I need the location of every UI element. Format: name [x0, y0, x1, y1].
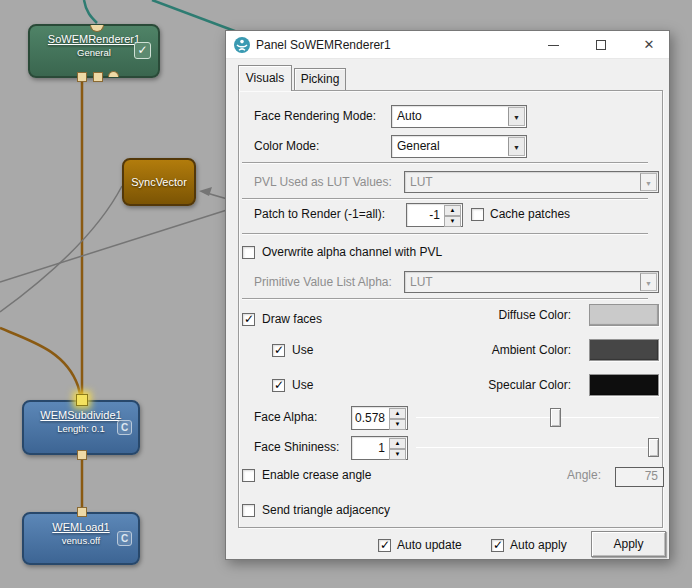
tab-visuals[interactable]: Visuals	[238, 65, 292, 91]
wire-scene-top	[84, 0, 97, 23]
face-alpha-spinbox[interactable]: 0.578 ▲▼	[351, 406, 408, 430]
use-specular-checkbox[interactable]	[272, 379, 285, 392]
diffuse-color-swatch[interactable]	[589, 304, 659, 326]
send-triangle-adjacency-checkbox[interactable]	[242, 504, 255, 517]
send-triangle-adjacency-label[interactable]: Send triangle adjacency	[262, 502, 390, 518]
face-rendering-mode-select[interactable]: Auto ▼	[391, 105, 527, 128]
connector-subdivide-out[interactable]	[77, 450, 87, 460]
specular-color-swatch[interactable]	[589, 374, 659, 396]
spin-down-icon[interactable]: ▼	[389, 419, 406, 430]
chevron-down-icon[interactable]: ▼	[508, 107, 525, 126]
ambient-color-label: Ambient Color:	[446, 342, 571, 358]
connector-renderer-in2[interactable]	[93, 72, 103, 82]
connector-renderer-wem-in[interactable]	[77, 72, 87, 82]
separator	[242, 233, 648, 235]
node-enabled-checkbox[interactable]: ✓	[134, 42, 151, 59]
chevron-down-icon: ▼	[640, 173, 657, 191]
node-cache-badge[interactable]: C	[117, 420, 132, 435]
title-bar[interactable]: Panel SoWEMRenderer1 ✕	[226, 31, 669, 59]
mevislab-app-icon	[234, 37, 250, 53]
face-shininess-value: 1	[378, 441, 385, 455]
close-button[interactable]: ✕	[632, 31, 666, 59]
wire-param-1	[0, 209, 230, 282]
minimize-icon	[548, 45, 559, 46]
patch-to-render-label: Patch to Render (-1=all):	[254, 206, 385, 222]
pvl-lut-label: PVL Used as LUT Values:	[254, 174, 392, 190]
draw-faces-label[interactable]: Draw faces	[262, 311, 322, 327]
node-wemsubdivide1[interactable]: WEMSubdivide1 Length: 0.1 C	[22, 400, 140, 455]
node-wemload1[interactable]: WEMLoad1 venus.off C	[22, 512, 140, 565]
tab-picking[interactable]: Picking	[294, 68, 346, 91]
angle-label: Angle:	[501, 467, 601, 483]
pvl-lut-value: LUT	[410, 175, 433, 189]
face-shininess-spinbox[interactable]: 1 ▲▼	[351, 436, 408, 460]
face-shininess-label: Face Shininess:	[254, 439, 339, 455]
color-mode-label: Color Mode:	[254, 138, 319, 154]
enable-crease-angle-label[interactable]: Enable crease angle	[262, 467, 371, 483]
enable-crease-angle-checkbox[interactable]	[242, 469, 255, 482]
face-alpha-label: Face Alpha:	[254, 409, 317, 425]
slider-handle[interactable]	[648, 438, 659, 457]
use-ambient-label[interactable]: Use	[292, 342, 313, 358]
chevron-down-icon: ▼	[640, 273, 657, 291]
cache-patches-label[interactable]: Cache patches	[490, 206, 570, 222]
slider-track	[416, 447, 659, 448]
connector-subdivide-in[interactable]	[76, 394, 88, 406]
close-icon: ✕	[632, 37, 666, 52]
maximize-icon	[596, 40, 606, 50]
slider-track	[416, 417, 659, 418]
overwrite-alpha-checkbox[interactable]	[242, 246, 255, 259]
patch-to-render-value: -1	[429, 208, 440, 222]
spin-down-icon[interactable]: ▼	[389, 449, 406, 460]
draw-faces-checkbox[interactable]	[242, 313, 255, 326]
angle-field: 75	[615, 467, 664, 487]
ambient-color-swatch[interactable]	[589, 339, 659, 361]
angle-value: 75	[645, 469, 658, 483]
pvl-lut-select: LUT ▼	[404, 171, 659, 193]
connector-renderer-out[interactable]	[108, 71, 119, 77]
auto-update-checkbox[interactable]	[378, 539, 391, 552]
face-alpha-slider[interactable]	[416, 408, 659, 428]
pvl-alpha-select: LUT ▼	[404, 271, 659, 293]
node-syncvector-title: SyncVector	[124, 176, 194, 188]
separator	[242, 298, 648, 300]
slider-handle[interactable]	[550, 408, 561, 427]
specular-color-label: Specular Color:	[446, 377, 571, 393]
face-alpha-value: 0.578	[355, 411, 385, 425]
patch-to-render-spinbox[interactable]: -1 ▲▼	[406, 203, 463, 227]
node-sowemrenderer1[interactable]: SoWEMRenderer1 General ✓	[28, 24, 160, 78]
color-mode-select[interactable]: General ▼	[391, 135, 527, 158]
pvl-alpha-label: Primitive Value List Alpha:	[254, 274, 392, 290]
color-mode-value: General	[397, 139, 440, 153]
spin-up-icon[interactable]: ▲	[444, 205, 461, 216]
cache-patches-checkbox[interactable]	[471, 208, 484, 221]
chevron-down-icon[interactable]: ▼	[508, 137, 525, 156]
connector-load-out[interactable]	[77, 507, 87, 517]
apply-button[interactable]: Apply	[591, 531, 666, 557]
separator	[242, 198, 648, 200]
auto-apply-label[interactable]: Auto apply	[510, 537, 567, 553]
maximize-button[interactable]	[584, 31, 618, 59]
use-specular-label[interactable]: Use	[292, 377, 313, 393]
window-title: Panel SoWEMRenderer1	[256, 38, 391, 52]
spin-up-icon[interactable]: ▲	[389, 438, 406, 449]
face-rendering-mode-label: Face Rendering Mode:	[254, 108, 376, 124]
mevislab-network-desktop: SoWEMRenderer1 General ✓ SyncVector WEMS…	[0, 0, 692, 588]
auto-apply-checkbox[interactable]	[491, 539, 504, 552]
separator	[242, 162, 648, 164]
wire-wem-from-left	[0, 328, 81, 398]
minimize-button[interactable]	[536, 31, 570, 59]
face-rendering-mode-value: Auto	[397, 109, 422, 123]
spin-down-icon[interactable]: ▼	[444, 216, 461, 227]
spin-up-icon[interactable]: ▲	[389, 408, 406, 419]
auto-update-label[interactable]: Auto update	[397, 537, 462, 553]
node-syncvector[interactable]: SyncVector	[122, 158, 196, 206]
face-shininess-slider[interactable]	[416, 438, 659, 458]
node-cache-badge[interactable]: C	[117, 531, 132, 546]
pvl-alpha-value: LUT	[410, 275, 433, 289]
overwrite-alpha-label[interactable]: Overwrite alpha channel with PVL	[262, 244, 442, 260]
panel-window: Panel SoWEMRenderer1 ✕ Visuals Picking F…	[225, 30, 670, 560]
use-ambient-checkbox[interactable]	[272, 344, 285, 357]
diffuse-color-label: Diffuse Color:	[446, 307, 571, 323]
